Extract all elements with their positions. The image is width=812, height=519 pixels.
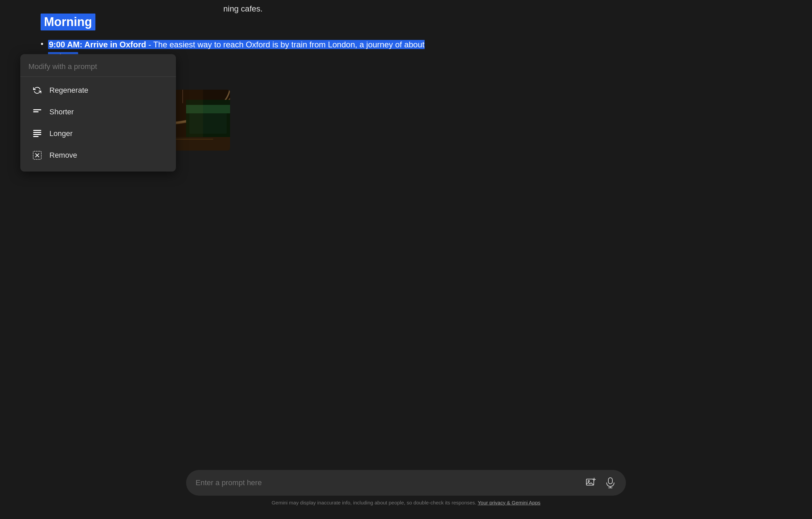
svg-rect-1 [33,111,39,112]
remove-label: Remove [49,151,77,160]
svg-rect-3 [33,132,41,133]
partial-text-area: rket - Start your day by wandering throu… [210,0,433,15]
main-prompt-input[interactable] [196,478,579,487]
menu-item-remove[interactable]: Remove [22,144,174,166]
longer-label: Longer [49,129,73,138]
bullet-separator: - [149,40,153,49]
svg-rect-4 [33,134,41,135]
modify-prompt-input[interactable] [20,60,176,76]
remove-icon [32,150,43,161]
svg-rect-5 [33,136,39,137]
menu-item-shorter[interactable]: Shorter [22,101,174,123]
main-content: Morning • 9:00 AM: Arrive in Oxford - Th… [0,0,474,519]
shorter-icon [32,107,43,117]
prompt-bar [186,470,626,496]
partial-line-3: ning cafes. [223,2,433,15]
disclaimer-text: Gemini may display inaccurate info, incl… [272,500,476,505]
shorter-label: Shorter [49,108,74,116]
svg-rect-32 [608,478,612,484]
prompt-actions [584,476,616,490]
regenerate-icon [32,85,43,96]
microphone-button[interactable] [604,476,616,490]
bold-time: 9:00 AM: Arrive in Oxford [49,40,146,49]
menu-item-longer[interactable]: Longer [22,123,174,144]
privacy-link[interactable]: Your privacy & Gemini Apps [478,500,540,505]
bullet-dot: • [41,39,43,49]
svg-rect-0 [33,109,41,110]
add-image-button[interactable] [584,476,597,490]
prompt-bar-container: Gemini may display inaccurate info, incl… [0,463,812,519]
svg-rect-2 [33,130,41,131]
context-menu-popup: Regenerate Shorter Longer [20,54,176,172]
morning-header: Morning [41,14,95,30]
footer-disclaimer: Gemini may display inaccurate info, incl… [20,496,792,505]
menu-item-regenerate[interactable]: Regenerate [22,80,174,101]
svg-point-29 [588,480,589,482]
regenerate-label: Regenerate [49,86,88,95]
menu-divider [20,76,176,77]
longer-icon [32,128,43,139]
